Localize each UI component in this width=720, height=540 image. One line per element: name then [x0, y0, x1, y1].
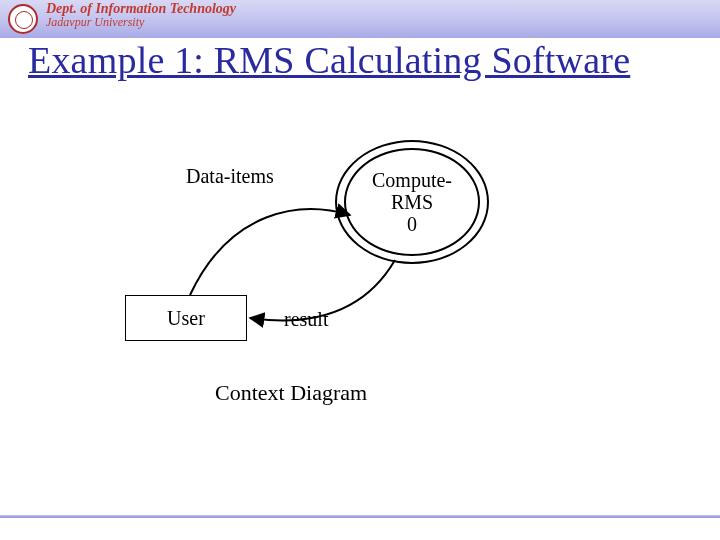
process-line3: 0	[407, 213, 417, 235]
header-banner: Dept. of Information Technology Jadavpur…	[0, 0, 720, 38]
flow-label-result: result	[284, 308, 328, 331]
dept-name: Dept. of Information Technology	[46, 2, 236, 16]
university-seal-icon	[8, 4, 38, 34]
external-entity-user: User	[125, 295, 247, 341]
user-label: User	[167, 307, 205, 330]
process-line1: Compute-	[372, 169, 452, 191]
slide-title: Example 1: RMS Calculating Software	[28, 38, 630, 82]
process-line2: RMS	[391, 191, 433, 213]
university-name: Jadavpur University	[46, 16, 144, 28]
flow-label-data-items: Data-items	[186, 165, 274, 188]
footer-divider	[0, 515, 720, 518]
diagram-caption: Context Diagram	[215, 380, 367, 406]
process-bubble: Compute- RMS 0	[344, 148, 480, 256]
process-label: Compute- RMS 0	[372, 169, 452, 235]
diagram-area: Data-items Compute- RMS 0 User result Co…	[0, 100, 720, 480]
